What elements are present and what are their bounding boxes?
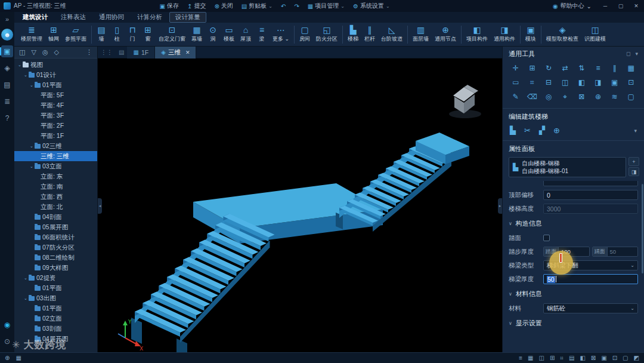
tool-icon-23[interactable]: ≋	[606, 90, 623, 104]
view-tab[interactable]: ◈三维✕	[155, 47, 196, 59]
leftstrip-record[interactable]: ◉	[1, 319, 13, 331]
section-header[interactable]: ∨材料信息	[503, 286, 644, 302]
ribbon-button[interactable]: ⊙洞	[205, 23, 221, 46]
ribbon-tab[interactable]: 注释表达	[55, 12, 92, 23]
tree-item[interactable]: 01平面	[14, 283, 97, 293]
menu-clipboard[interactable]: ▤剪贴板⌄	[237, 0, 277, 12]
leftstrip-module-design[interactable]: ▣	[1, 45, 13, 57]
tree-item[interactable]: ⌄01设计	[14, 70, 97, 80]
ribbon-button[interactable]: ⊞轴网	[45, 23, 62, 46]
ribbon-button[interactable]: ◈模型取整检查	[543, 23, 581, 46]
tool-icon-7[interactable]: ∥	[606, 61, 623, 75]
ribbon-button[interactable]: ▢房间	[296, 23, 313, 46]
view-tab[interactable]: ▦1F	[127, 47, 155, 59]
tree-item[interactable]: 05展开图	[14, 222, 97, 232]
menu-submit[interactable]: ↥提交	[183, 0, 210, 12]
tree-item[interactable]: 平面: 5F	[14, 90, 97, 100]
property-select[interactable]: 钢筋砼⌄	[543, 303, 638, 313]
ribbon-button[interactable]: ▯柱	[109, 23, 125, 46]
tools-header-icon-2[interactable]: ▾	[635, 51, 638, 57]
collapse-panel-icon[interactable]: »	[5, 16, 9, 23]
tree-item[interactable]: 04剖面	[14, 212, 97, 222]
status-icon-left-1[interactable]: ⊕	[5, 355, 10, 361]
ribbon-tab[interactable]: 通用协同	[93, 12, 130, 23]
ribbon-button[interactable]: ▥面层墙	[410, 23, 432, 46]
tree-item[interactable]: 平面: 3F	[14, 110, 97, 121]
property-checkbox[interactable]	[543, 235, 550, 241]
leftstrip-zoom-tool[interactable]: ⊙	[1, 336, 13, 347]
tool-icon-8[interactable]: ▦	[623, 61, 639, 75]
leftstrip-nav-compass[interactable]: ◈	[1, 62, 13, 74]
tool-icon-21[interactable]: ⊠	[574, 90, 590, 104]
ribbon-button[interactable]: ≡梁	[254, 23, 270, 46]
ribbon-button[interactable]: ⊞窗	[140, 23, 156, 46]
status-icon-right-12[interactable]: ◩	[634, 355, 639, 362]
tree-item[interactable]: 02立面	[14, 313, 97, 324]
ribbon-button[interactable]: ◨通用构件	[491, 23, 518, 46]
ribbon-button[interactable]: ▦幕墙	[188, 23, 205, 46]
add-type-button[interactable]: +	[628, 157, 639, 166]
tool-icon-15[interactable]: ▣	[606, 75, 623, 90]
tree-item[interactable]: 立面: 北	[14, 202, 97, 212]
tree-item[interactable]: 立面: 西	[14, 192, 97, 202]
collapse-left-panel-handle[interactable]: ◂	[98, 198, 102, 214]
stair-edit-header[interactable]: 编辑建筑楼梯	[503, 109, 644, 124]
property-input[interactable]: 3000	[543, 204, 638, 214]
ribbon-button[interactable]: ≣楼层管理	[18, 23, 45, 46]
ribbon-button[interactable]: ▱参照平面	[62, 23, 89, 46]
tree-item[interactable]: ⌄03出图	[14, 293, 97, 303]
status-icon-right-8[interactable]: ⊠	[591, 355, 596, 362]
status-icon-right-6[interactable]: ▤	[569, 355, 574, 362]
tree-item[interactable]: 03剖面	[14, 324, 97, 334]
close-button[interactable]: ✕	[628, 0, 644, 12]
tool-icon-10[interactable]: ⌗	[524, 75, 541, 90]
tree-item[interactable]: ⌄03立面	[14, 161, 97, 171]
tool-icon-22[interactable]: ⊕	[590, 90, 606, 104]
tree-item[interactable]: 08二维绘制	[14, 253, 97, 263]
minimize-button[interactable]: ─	[597, 0, 613, 12]
status-icon-right-1[interactable]: ≡	[519, 355, 522, 362]
leftstrip-nav-list[interactable]: ≣	[1, 96, 13, 107]
status-icon-right-5[interactable]: ⌗	[560, 355, 564, 362]
tree-item[interactable]: 06面积统计	[14, 232, 97, 242]
tree-item[interactable]: ⌄01平面	[14, 80, 97, 90]
type-selector-box[interactable]: ▙ 自由楼梯-钢梯 自由楼梯-钢梯-01	[509, 157, 626, 177]
ribbon-button[interactable]: ⌂屋顶	[237, 23, 254, 46]
tool-icon-5[interactable]: ⇅	[574, 61, 590, 75]
menu-redo[interactable]: ↷	[290, 0, 303, 12]
menu-system-settings[interactable]: ⚙系统设置⌄	[349, 0, 394, 12]
ribbon-button[interactable]: ▙楼梯	[345, 23, 361, 46]
status-icon-right-3[interactable]: ◫	[538, 355, 544, 362]
menu-close-doc[interactable]: ⊗关闭	[210, 0, 237, 12]
type-selector[interactable]: ▙ 自由楼梯-钢梯 自由楼梯-钢梯-01 + ◨	[509, 157, 639, 177]
leftstrip-help[interactable]: ?	[1, 112, 13, 124]
property-input[interactable]: 50	[543, 274, 638, 284]
menu-project-mgmt[interactable]: ▦项目管理⌄	[304, 0, 349, 12]
tool-icon-4[interactable]: ⇄	[557, 61, 574, 75]
ribbon-button[interactable]: ▭楼板	[221, 23, 237, 46]
stair-edit-icon-2[interactable]: ✂	[524, 126, 531, 135]
settings-icon[interactable]: ◇	[54, 48, 58, 56]
tool-icon-14[interactable]: ◨	[590, 75, 606, 90]
tool-icon-18[interactable]: ⌫	[524, 90, 541, 104]
tool-icon-6[interactable]: ≡	[590, 61, 606, 75]
status-icon-right-9[interactable]: ▣	[601, 355, 606, 362]
section-header[interactable]: ∨构造信息	[503, 216, 644, 231]
locate-icon[interactable]: ◎	[42, 48, 48, 56]
stair-edit-icon-1[interactable]: ▙	[510, 126, 516, 135]
status-icon-right-4[interactable]: ⊞	[550, 355, 555, 362]
close-tab-icon[interactable]: ✕	[185, 50, 190, 56]
maximize-button[interactable]: ▢	[613, 0, 628, 12]
more-icon[interactable]: ⋮	[86, 48, 92, 56]
view-mode-icon[interactable]: ◫	[19, 48, 25, 56]
stair-edit-icon-3[interactable]: ▞	[539, 126, 545, 135]
tool-icon-12[interactable]: ◫	[557, 75, 574, 90]
tool-icon-20[interactable]: ⌖	[557, 90, 574, 104]
property-input[interactable]	[543, 181, 638, 186]
tree-item[interactable]: 01平面	[14, 303, 97, 313]
tree-item[interactable]: ⌄02提资	[14, 273, 97, 283]
drag-handle-icon[interactable]: ⋮⋮	[98, 49, 116, 56]
ribbon-button[interactable]: ⊕通用节点	[432, 23, 459, 46]
ribbon-button[interactable]: ◫识图建模	[581, 23, 609, 46]
3d-model-staircase[interactable]: YX	[98, 59, 502, 352]
